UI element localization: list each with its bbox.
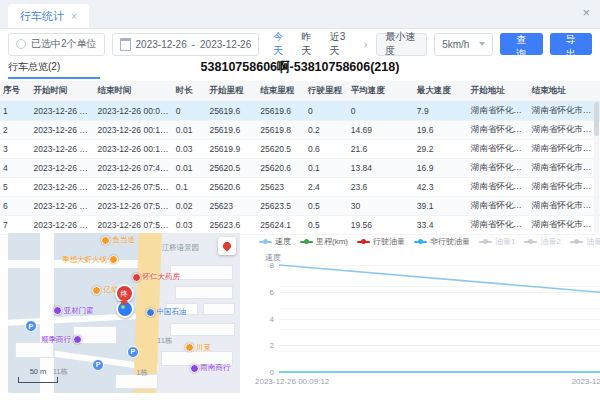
tab-close-icon[interactable]: × [71,11,77,22]
table-cell: 25619.6 [206,121,257,140]
map-poi-poi[interactable]: 怀仁大药房 [132,272,181,282]
table-cell: 0.1 [173,178,207,197]
table-cell: 23.6 [348,178,414,197]
column-header: 开始时间 [31,81,95,102]
table-row[interactable]: 52023-12-26 07:44:032023-12-26 07:50:090… [0,178,600,197]
trip-end-marker[interactable]: 终 [115,284,134,303]
table-cell: 6 [0,197,31,216]
series-line [279,265,600,293]
table-cell: 0.03 [173,140,207,159]
table-row[interactable]: 22023-12-26 00:13:022023-12-26 00:13:510… [0,121,600,140]
map-poi-poi[interactable]: 川菜 [185,343,211,353]
table-row[interactable]: 42023-12-26 07:43:222023-12-26 07:43:480… [0,159,600,178]
table-cell: 0 [348,102,414,121]
date-range-picker[interactable]: 2023-12-26 - 2023-12-26 [112,33,260,56]
table-cell: 0.01 [173,121,207,140]
summary-row: 行车总览(2) 53810758606啊-53810758606(218) [0,59,600,79]
poi-label: 鱼当道 [112,235,135,245]
map-poi-poi[interactable]: 亚材门窗 [53,306,94,316]
range-button-yesterday[interactable]: 昨天 [294,30,322,58]
legend-item-non-driving-fuel[interactable]: 非行驶油量 [414,236,470,247]
overview-tab[interactable]: 行车总览(2) [8,60,100,79]
tab-bar: 行车统计 × × [0,0,600,29]
range-button-last-3-days[interactable]: 近3天 [323,30,355,58]
scrollbar-thumb[interactable] [594,102,599,136]
table-cell: 13.84 [348,159,414,178]
table-cell: 29.2 [414,140,468,159]
export-button[interactable]: 导出 [550,33,592,55]
table-cell: 25620.5 [257,140,305,159]
table-cell: 7.9 [414,102,468,121]
table-cell: 3 [0,140,31,159]
poi-marker-icon [132,273,141,282]
query-button[interactable]: 查询 [500,33,542,55]
table-cell: 湖南省怀化市沅陵县沅... [529,159,600,178]
legend-label: 非行驶油量 [430,236,470,247]
date-separator: - [192,39,195,50]
table-cell: 2 [0,121,31,140]
column-header: 序号 [0,81,31,102]
tab-driving-statistics[interactable]: 行车统计 × [8,4,89,28]
unit-select[interactable]: 已选中2个单位 [8,33,105,56]
min-speed-select[interactable]: 5km/h [434,33,493,56]
legend-item-mileage[interactable]: 里程(km) [300,236,348,247]
legend-item-speed[interactable]: 速度 [259,236,291,247]
map-panel[interactable]: 鱼当道季想大虾火锅江桥语景园怀仁大药房亿柴火鸡亚材门窗中国石油顺季商行川菜雨南商… [8,233,240,393]
table-cell: 16.9 [414,159,468,178]
chart-panel: 速度里程(km)行驶油量非行驶油量油量1油量2油量3油量4 速度 里程(km) … [249,233,600,395]
map-poi-poi[interactable]: 鱼当道 [101,235,135,245]
table-row[interactable]: 62023-12-26 07:50:302023-12-26 07:51:300… [0,197,600,216]
legend-item-fuel-1[interactable]: 油量1 [479,236,515,247]
table-cell: 湖南省怀化市沅陵县沅... [468,140,529,159]
map-poi-poi[interactable]: 中国石油 [146,307,187,317]
parking-icon: P [25,320,37,332]
poi-marker-icon [53,306,62,315]
left-axis-tick: 6 [270,287,274,296]
poi-marker-icon [190,364,199,373]
parking-icon: P [92,359,104,371]
window-close-icon[interactable]: × [582,5,590,20]
map-poi-poi[interactable]: 季想大虾火锅 [62,255,118,265]
more-ranges-icon[interactable]: › [362,39,369,50]
table-row[interactable]: 32023-12-26 00:14:382023-12-26 00:16:180… [0,140,600,159]
map-poi-parking[interactable]: P [127,346,139,358]
map-poi-parking[interactable]: P [92,359,104,371]
map-poi-poi[interactable]: 雨南商行 [190,363,231,373]
legend-speed-icon [259,241,272,243]
table-cell: 湖南省怀化市沅陵县沅... [468,178,529,197]
bottom-panels: 鱼当道季想大虾火锅江桥语景园怀仁大药房亿柴火鸡亚材门窗中国石油顺季商行川菜雨南商… [0,231,600,397]
legend-mileage-icon [300,241,313,243]
table-scrollbar[interactable] [594,102,599,233]
legend-item-fuel-3[interactable]: 油量3 [570,236,600,247]
column-header: 开始里程 [206,81,257,102]
poi-marker-icon [92,286,101,295]
table-cell: 2023-12-26 07:50:09 [95,178,173,197]
table-cell: 0 [173,102,207,121]
column-header: 行驶里程 [305,81,348,102]
table-cell: 25623 [206,197,257,216]
map-poi-parking[interactable]: P [25,320,37,332]
range-button-today[interactable]: 今天 [266,30,294,58]
min-speed-value: 5km/h [442,39,469,50]
column-header: 结束里程 [257,81,305,102]
table-cell: 14.69 [348,121,414,140]
map-locate-button[interactable] [218,237,236,255]
table-cell: 2023-12-26 00:13:51 [95,121,173,140]
table-cell: 湖南省怀化市沅陵县沅... [468,121,529,140]
table-cell: 0.02 [173,197,207,216]
table-cell: 2023-12-26 07:43:22 [31,159,95,178]
table-row[interactable]: 12023-12-26 00:09:122023-12-26 00:09:250… [0,102,600,121]
min-speed-toggle[interactable]: 最小速度 [376,33,427,56]
table-cell: 湖南省怀化市沅陵县沅... [468,102,529,121]
legend-label: 油量1 [495,236,515,247]
unit-select-icon [16,39,26,49]
table-cell: 2023-12-26 00:16:18 [95,140,173,159]
table-cell: 2023-12-26 00:13:02 [31,121,95,140]
poi-marker-icon [146,308,155,317]
map-poi-poi[interactable]: 顺季商行 [41,335,82,345]
poi-label: 川菜 [196,343,211,353]
legend-item-fuel-2[interactable]: 油量2 [524,236,560,247]
table-cell: 0.5 [305,197,348,216]
legend-item-driving-fuel[interactable]: 行驶油量 [357,236,405,247]
table-cell: 0.6 [305,140,348,159]
